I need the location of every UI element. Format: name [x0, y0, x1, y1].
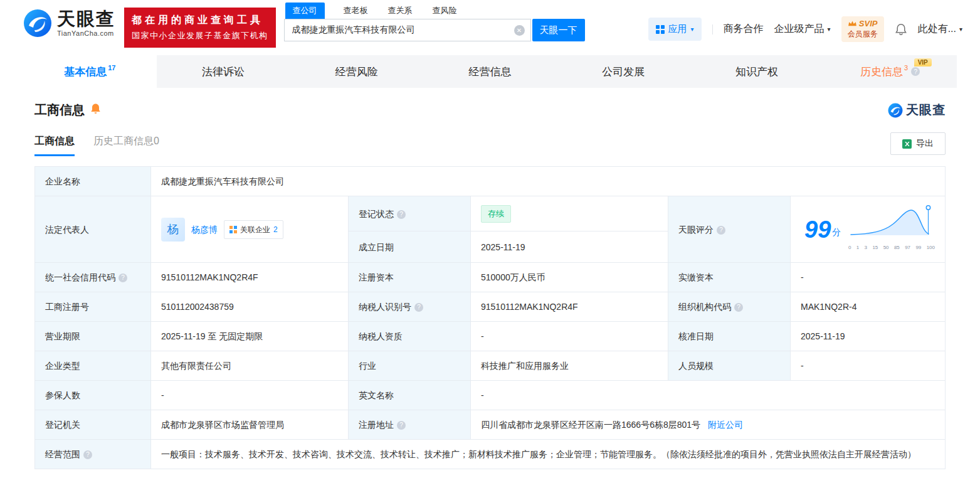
table-row: 法定代表人 杨 杨彦博 关联企业 2 登记状态? [35, 196, 946, 231]
reg-status-cell: 存续 [471, 196, 668, 231]
apps-label: 应用 [668, 23, 687, 35]
search-tab-risk[interactable]: 查风险 [431, 3, 458, 19]
help-icon[interactable]: ? [717, 226, 725, 235]
chevron-down-icon: ▾ [828, 26, 831, 33]
field-label: 天眼评分? [668, 196, 791, 263]
divider [712, 24, 713, 35]
excel-icon [902, 139, 912, 149]
clear-icon[interactable]: ✕ [514, 25, 525, 36]
business-cooperation-link[interactable]: 商务合作 [724, 23, 764, 36]
business-info-table: 企业名称 成都捷龙重振汽车科技有限公司 法定代表人 杨 杨彦博 关联企业 2 [34, 166, 946, 469]
field-label: 组织机构代码? [668, 292, 791, 322]
tab-count: 3 [904, 64, 908, 72]
establish-date-value: 2025-11-19 [471, 231, 668, 263]
related-companies-badge[interactable]: 关联企业 2 [224, 220, 283, 239]
help-icon[interactable]: ? [414, 303, 423, 312]
more-dropdown[interactable]: 此处有... ▾ [918, 23, 962, 36]
business-term-value: 2025-11-19 至 无固定期限 [151, 322, 349, 351]
search-tab-relation[interactable]: 查关系 [387, 3, 414, 19]
tab-intellectual-property[interactable]: 知识产权 [690, 55, 824, 88]
membership-label: 会员服务 [848, 29, 878, 40]
field-label: 成立日期 [349, 231, 471, 263]
table-row: 统一社会信用代码? 91510112MAK1NQ2R4F 注册资本 510000… [35, 263, 946, 292]
legal-rep-link[interactable]: 杨彦博 [191, 223, 218, 236]
help-icon[interactable]: ? [397, 421, 406, 430]
tab-label: 法律诉讼 [202, 65, 245, 79]
apps-dropdown[interactable]: 应用 ▾ [648, 18, 702, 41]
reg-address-value: 四川省成都市龙泉驿区经开区南一路1666号6栋8层801号 [481, 420, 700, 430]
score-unit: 分 [832, 225, 841, 239]
search-button[interactable]: 天眼一下 [532, 19, 585, 41]
nearby-companies-link[interactable]: 附近公司 [708, 420, 743, 430]
tab-legal-litigation[interactable]: 法律诉讼 [157, 55, 290, 88]
help-icon[interactable]: ? [734, 303, 743, 312]
notification-bell-icon[interactable] [895, 23, 907, 36]
watermark-logo-icon [888, 103, 903, 118]
tab-company-development[interactable]: 公司发展 [557, 55, 690, 88]
subscribe-bell-icon[interactable] [90, 103, 102, 117]
field-label-text: 统一社会信用代码 [45, 272, 115, 282]
subtab-history-business-info[interactable]: 历史工商信息0 [93, 135, 159, 156]
tianyancha-logo[interactable]: 天眼查 TianYanCha.com [23, 9, 115, 38]
banner-line2: 国家中小企业发展子基金旗下机构 [132, 30, 268, 41]
insured-count-value: - [151, 381, 349, 410]
business-cooperation-label: 商务合作 [724, 23, 764, 36]
site-header: 天眼查 TianYanCha.com 都在用的商业查询工具 国家中小企业发展子基… [0, 0, 980, 55]
help-icon[interactable]: ? [911, 67, 920, 76]
related-companies-count: 2 [273, 223, 278, 236]
score-trend-chart: 01 315 5085 9799 100 [848, 204, 935, 255]
reg-capital-value: 510000万人民币 [471, 263, 668, 292]
legal-rep-avatar[interactable]: 杨 [161, 218, 185, 242]
field-label: 核准日期 [668, 322, 791, 351]
crown-icon [848, 20, 857, 27]
search-tab-boss[interactable]: 查老板 [342, 3, 369, 19]
field-label: 注册资本 [349, 263, 471, 292]
legal-rep-cell: 杨 杨彦博 关联企业 2 [151, 196, 349, 263]
search-input[interactable] [285, 19, 530, 41]
table-row: 营业期限 2025-11-19 至 无固定期限 纳税人资质 - 核准日期 202… [35, 322, 946, 351]
field-label: 英文名称 [349, 381, 471, 410]
english-name-value: - [471, 381, 946, 410]
org-code-value: MAK1NQ2R-4 [791, 292, 946, 322]
search-block: 查公司 查老板 查关系 查风险 ✕ 天眼一下 [284, 3, 585, 41]
field-label-text: 组织机构代码 [678, 302, 731, 312]
help-icon[interactable]: ? [397, 210, 406, 219]
taxpayer-id-value: 91510112MAK1NQ2R4F [471, 292, 668, 322]
approval-date-value: 2025-11-19 [791, 322, 946, 351]
score-cell: 99 分 01 315 5085 [791, 196, 946, 263]
tab-operation-risk[interactable]: 经营风险 [290, 55, 423, 88]
watermark-logo: 天眼查 [888, 102, 946, 119]
help-icon[interactable]: ? [119, 274, 127, 282]
section-title: 工商信息 [34, 102, 85, 119]
banner-line1: 都在用的商业查询工具 [132, 14, 268, 27]
export-button[interactable]: 导出 [890, 132, 946, 155]
logo-domain: TianYanCha.com [57, 29, 115, 37]
enterprise-products-link[interactable]: 企业级产品 ▾ [774, 23, 831, 36]
tab-label: 经营信息 [469, 65, 512, 79]
company-nav-tabs: 基本信息17 法律诉讼 经营风险 经营信息 公司发展 知识产权 VIP 历史信息… [23, 55, 957, 88]
business-scope-value: 一般项目：技术服务、技术开发、技术咨询、技术交流、技术转让、技术推广；新材料技术… [151, 440, 946, 469]
industry-value: 科技推广和应用服务业 [471, 351, 668, 381]
tab-operation-info[interactable]: 经营信息 [423, 55, 557, 88]
field-label-text: 经营范围 [45, 449, 80, 459]
search-tab-company[interactable]: 查公司 [285, 3, 325, 19]
tab-basic-info[interactable]: 基本信息17 [23, 55, 157, 88]
score-value: 99 [804, 218, 831, 242]
tab-history-info[interactable]: VIP 历史信息3 ? [823, 55, 957, 88]
field-label: 工商注册号 [35, 292, 151, 322]
field-label-text: 天眼评分 [678, 225, 714, 235]
field-label: 纳税人识别号? [349, 292, 471, 322]
svip-membership-button[interactable]: SVIP 会员服务 [841, 16, 884, 42]
credit-code-value: 91510112MAK1NQ2R4F [151, 263, 349, 292]
tab-count: 17 [108, 64, 115, 72]
tab-label: 历史信息 [860, 65, 903, 79]
reg-number-value: 510112002438759 [151, 292, 349, 322]
field-label: 经营范围? [35, 440, 151, 469]
help-icon[interactable]: ? [83, 450, 92, 459]
subtab-business-info[interactable]: 工商信息 [34, 135, 75, 156]
field-label: 注册地址? [349, 410, 471, 440]
related-companies-label: 关联企业 [240, 223, 270, 236]
chevron-down-icon: ▾ [691, 26, 694, 33]
reg-address-cell: 四川省成都市龙泉驿区经开区南一路1666号6栋8层801号 附近公司 [471, 410, 946, 440]
field-label: 登记机关 [35, 410, 151, 440]
